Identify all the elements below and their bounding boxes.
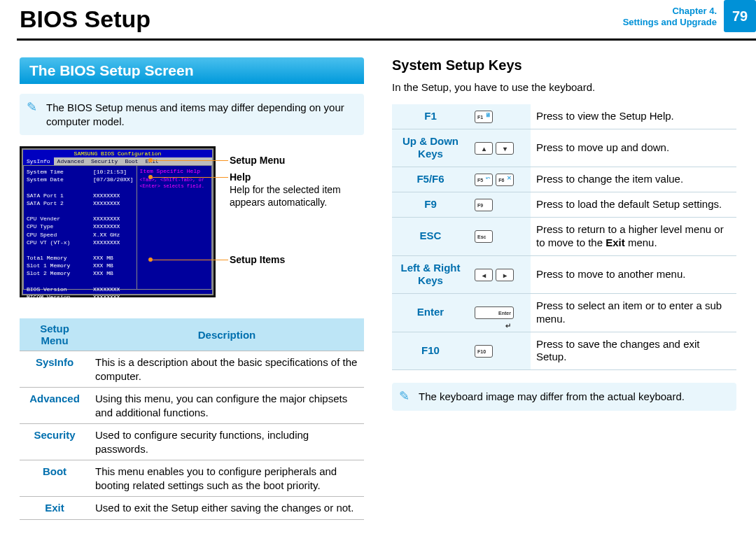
bios-row: System Time[10:21:53] xyxy=(27,168,134,176)
bios-screenshot: SAMSUNG BIOS Configuration SysInfo Advan… xyxy=(20,146,364,309)
callout-help-desc: Help for the selected item appears autom… xyxy=(230,184,364,209)
keys-intro: In the Setup, you have to use the keyboa… xyxy=(392,80,736,94)
keyboard-note-text: The keyboard image may differ from the a… xyxy=(419,390,685,402)
chapter-line1: Chapter 4. xyxy=(623,6,717,17)
key-name: Enter xyxy=(392,294,469,332)
bios-row xyxy=(27,183,134,191)
callout-setup-menu: Setup Menu xyxy=(230,155,285,166)
menu-name: Advanced xyxy=(20,388,90,424)
callout-help: Help Help for the selected item appears … xyxy=(230,171,364,209)
key-name: Up & DownKeys xyxy=(392,129,469,167)
menu-desc: Used to configure security functions, in… xyxy=(90,424,364,460)
menu-name: SysInfo xyxy=(20,351,90,388)
keyboard-note: ✎ The keyboard image may differ from the… xyxy=(392,383,736,411)
key-f6: F6✕ xyxy=(496,174,514,186)
key-row: F5/F6F5⤺ F6✕Press to change the item val… xyxy=(392,167,736,192)
left-column: The BIOS Setup Screen ✎ The BIOS Setup m… xyxy=(20,57,364,520)
bios-menu: SysInfo Advanced Security Boot Exit xyxy=(23,157,212,165)
setup-menu-table: Setup Menu Description SysInfoThis is a … xyxy=(20,318,364,520)
key-desc: Press to select an item or to enter a su… xyxy=(531,294,736,332)
key-image: Enter↵ xyxy=(469,294,531,332)
key-row: ESCEscPress to return to a higher level … xyxy=(392,218,736,256)
bios-row: CPU VT (VT-x)XXXXXXXX xyxy=(27,239,134,246)
page-header: BIOS Setup Chapter 4. Settings and Upgra… xyxy=(0,0,756,41)
bios-tab-sysinfo: SysInfo xyxy=(23,157,54,165)
key-row: F9F9Press to load the default Setup sett… xyxy=(392,192,736,218)
key-image: Esc xyxy=(469,218,531,256)
key-desc: Press to move to another menu. xyxy=(531,255,736,294)
bios-help-panel: Item Specific Help <Tab>, <Shift-Tab>, o… xyxy=(137,165,212,290)
bios-items-panel: System Time[10:21:53]System Date[07/30/2… xyxy=(23,165,137,290)
key-desc: Press to view the Setup Help. xyxy=(531,104,736,129)
th-description: Description xyxy=(90,318,364,351)
bios-row xyxy=(27,246,134,254)
note-icon: ✎ xyxy=(399,388,410,404)
bios-row: SATA Port 1XXXXXXXX xyxy=(27,192,134,199)
key-name: ESC xyxy=(392,218,469,256)
menu-desc: This menu enables you to configure perip… xyxy=(90,460,364,497)
key-row: Left & RightKeys◂ ▸Press to move to anot… xyxy=(392,255,736,294)
menu-name: Security xyxy=(20,424,90,460)
key-desc: Press to load the default Setup settings… xyxy=(531,192,736,218)
bios-screen: SAMSUNG BIOS Configuration SysInfo Advan… xyxy=(20,146,216,297)
menu-name: Exit xyxy=(20,497,90,520)
key-name: F10 xyxy=(392,332,469,370)
key-image: F1🖥 xyxy=(469,104,531,129)
chapter-box: Chapter 4. Settings and Upgrade 79 xyxy=(623,0,756,32)
bios-row: SATA Port 2XXXXXXXX xyxy=(27,199,134,207)
keys-table: F1F1🖥Press to view the Setup Help.Up & D… xyxy=(392,104,736,371)
key-down: ▾ xyxy=(496,142,514,155)
section-banner: The BIOS Setup Screen xyxy=(20,57,364,84)
bios-row: Slot 2 MemoryXXX MB xyxy=(27,269,134,277)
bios-tab-boot: Boot xyxy=(121,157,141,165)
note-box: ✎ The BIOS Setup menus and items may dif… xyxy=(20,94,364,135)
key-name: F1 xyxy=(392,104,469,129)
note-icon: ✎ xyxy=(27,99,37,115)
key-f5: F5⤺ xyxy=(475,174,493,186)
key-desc: Press to change the item value. xyxy=(531,167,736,192)
key-row: F1F1🖥Press to view the Setup Help. xyxy=(392,104,736,129)
menu-desc: Using this menu, you can configure the m… xyxy=(90,388,364,424)
key-enter: Enter↵ xyxy=(475,306,514,319)
key-name: F9 xyxy=(392,192,469,218)
bios-row xyxy=(27,207,134,215)
menu-desc: This is a description about the basic sp… xyxy=(90,351,364,388)
right-column: System Setup Keys In the Setup, you have… xyxy=(392,57,736,520)
key-image: F5⤺ F6✕ xyxy=(469,167,531,192)
table-row: AdvancedUsing this menu, you can configu… xyxy=(20,388,364,424)
bios-row: MICOM VersionXXXXXXXX xyxy=(27,293,134,301)
key-f10: F10 xyxy=(475,345,493,358)
bios-tab-security: Security xyxy=(88,157,121,165)
th-setup-menu: Setup Menu xyxy=(20,318,90,351)
bios-row: CPU VenderXXXXXXXX xyxy=(27,215,134,223)
table-row: BootThis menu enables you to configure p… xyxy=(20,460,364,497)
bios-row: Slot 1 MemoryXXX MB xyxy=(27,262,134,269)
table-row: SysInfoThis is a description about the b… xyxy=(20,351,364,388)
key-desc: Press to move up and down. xyxy=(531,129,736,167)
chapter-text: Chapter 4. Settings and Upgrade xyxy=(623,0,724,32)
bios-row: CPU SpeedX.XX GHz xyxy=(27,231,134,239)
key-desc: Press to save the changes and exit Setup… xyxy=(531,332,736,370)
key-f1: F1🖥 xyxy=(475,111,493,123)
callout-setup-items: Setup Items xyxy=(230,254,285,265)
key-name: Left & RightKeys xyxy=(392,255,469,294)
keys-heading: System Setup Keys xyxy=(392,57,736,73)
bios-row: BIOS VersionXXXXXXXX xyxy=(27,285,134,293)
bios-row: CPU TypeXXXXXXXX xyxy=(27,223,134,230)
key-image: F10 xyxy=(469,332,531,370)
key-row: EnterEnter↵Press to select an item or to… xyxy=(392,294,736,332)
key-desc: Press to return to a higher level menu o… xyxy=(531,218,736,256)
key-f9: F9 xyxy=(475,199,493,211)
bios-row xyxy=(27,278,134,285)
key-image: ◂ ▸ xyxy=(469,255,531,294)
table-row: ExitUsed to exit the Setup either saving… xyxy=(20,497,364,520)
key-image: ▴ ▾ xyxy=(469,129,531,167)
bios-titlebar: SAMSUNG BIOS Configuration xyxy=(23,150,212,157)
bios-row: System Date[07/30/20XX] xyxy=(27,176,134,183)
chapter-line2: Settings and Upgrade xyxy=(623,17,717,28)
table-row: SecurityUsed to configure security funct… xyxy=(20,424,364,460)
menu-name: Boot xyxy=(20,460,90,497)
key-right: ▸ xyxy=(496,269,514,281)
key-up: ▴ xyxy=(475,142,493,155)
key-name: F5/F6 xyxy=(392,167,469,192)
